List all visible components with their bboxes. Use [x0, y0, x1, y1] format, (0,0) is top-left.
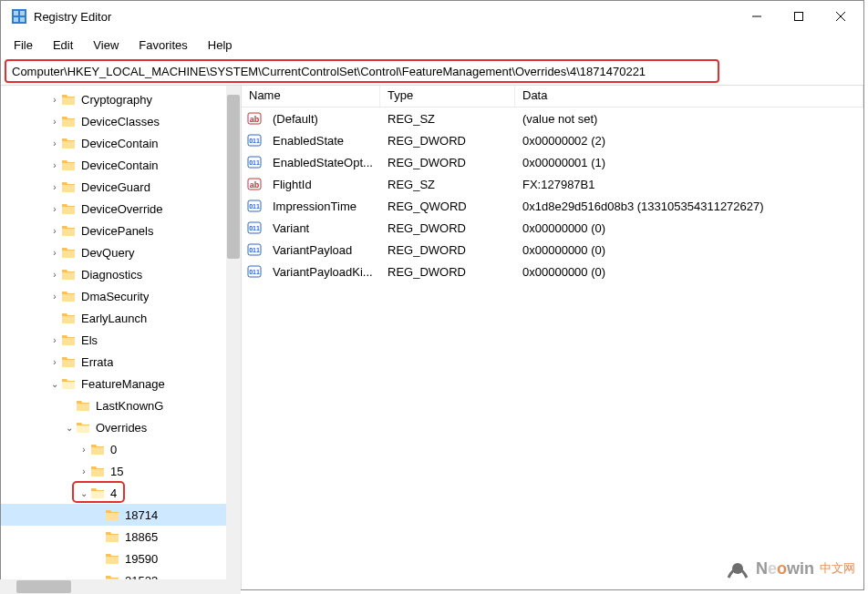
expander-icon[interactable]: ›	[48, 226, 61, 236]
maximize-button[interactable]	[778, 2, 820, 31]
close-button[interactable]	[820, 2, 862, 31]
folder-icon	[90, 486, 105, 499]
value-row[interactable]: 011EnabledStateOpt...REG_DWORD0x00000001…	[242, 151, 863, 173]
value-row[interactable]: 011EnabledStateREG_DWORD0x00000002 (2)	[242, 129, 863, 151]
value-row[interactable]: 011VariantPayloadKi...REG_DWORD0x0000000…	[242, 261, 863, 282]
expander-icon[interactable]: ›	[48, 335, 61, 345]
tree-item[interactable]: ›DevQuery	[1, 241, 241, 263]
value-data: 0x00000000 (0)	[515, 221, 863, 235]
svg-rect-1	[14, 11, 18, 15]
tree-item[interactable]: ›DeviceContain	[1, 132, 241, 154]
binary-value-icon: 011	[247, 242, 262, 257]
col-header-data[interactable]: Data	[515, 86, 863, 107]
expander-icon[interactable]: ›	[48, 248, 61, 258]
svg-rect-3	[14, 17, 18, 22]
registry-editor-window: Registry Editor File Edit View Favorites…	[0, 0, 864, 590]
minimize-button[interactable]	[736, 2, 778, 31]
folder-icon	[61, 202, 76, 215]
address-bar[interactable]: Computer\HKEY_LOCAL_MACHINE\SYSTEM\Curre…	[5, 59, 719, 83]
expander-icon[interactable]: ›	[48, 160, 61, 170]
svg-text:011: 011	[249, 225, 260, 231]
folder-icon	[61, 180, 76, 193]
folder-icon	[61, 268, 76, 281]
folder-icon	[61, 377, 76, 390]
binary-value-icon: 011	[247, 199, 262, 213]
tree-item[interactable]: ›DeviceOverride	[1, 198, 241, 220]
tree-item[interactable]: ›Cryptography	[1, 88, 241, 110]
expander-icon[interactable]: ›	[48, 95, 61, 105]
folder-icon	[61, 333, 76, 346]
tree-scroll-thumb[interactable]	[227, 95, 240, 259]
tree-item[interactable]: ›15	[1, 460, 241, 482]
tree-hscrollbar[interactable]	[0, 579, 241, 594]
value-type: REG_DWORD	[380, 134, 515, 148]
col-header-name[interactable]: Name	[242, 86, 380, 107]
value-row[interactable]: ab(Default)REG_SZ(value not set)	[242, 108, 863, 129]
tree-item[interactable]: ›Els	[1, 329, 241, 351]
value-name: EnabledStateOpt...	[265, 156, 380, 169]
tree-item[interactable]: LastKnownG	[1, 394, 241, 416]
svg-text:011: 011	[249, 203, 260, 210]
tree-item[interactable]: 19590	[1, 548, 241, 569]
titlebar[interactable]: Registry Editor	[1, 1, 863, 32]
value-name: Variant	[265, 221, 380, 235]
menu-view[interactable]: View	[86, 36, 126, 54]
tree-item[interactable]: ›DeviceGuard	[1, 176, 241, 198]
expander-icon[interactable]: ›	[48, 182, 61, 192]
expander-icon[interactable]: ›	[78, 445, 90, 455]
svg-text:011: 011	[249, 269, 260, 275]
menu-file[interactable]: File	[6, 36, 40, 54]
tree-item[interactable]: EarlyLaunch	[1, 307, 241, 329]
tree-hscroll-thumb[interactable]	[16, 580, 71, 593]
menubar: File Edit View Favorites Help	[1, 32, 863, 57]
tree-item[interactable]: ›DeviceClasses	[1, 110, 241, 132]
tree-item[interactable]: ›0	[1, 438, 241, 460]
value-data: 0x1d8e29d516d08b3 (133105354311272627)	[515, 200, 863, 213]
expander-icon[interactable]: ›	[48, 292, 61, 302]
tree-item[interactable]: 18865	[1, 526, 241, 548]
tree-item[interactable]: ⌄Overrides	[1, 416, 241, 438]
value-data: 0x00000000 (0)	[515, 265, 863, 279]
col-header-type[interactable]: Type	[380, 86, 515, 107]
value-row[interactable]: abFlightIdREG_SZFX:127987B1	[242, 173, 863, 195]
value-name: VariantPayload	[265, 243, 380, 257]
tree-item[interactable]: ›DeviceContain	[1, 154, 241, 176]
folder-icon	[90, 465, 105, 477]
expander-icon[interactable]: ⌄	[63, 423, 76, 433]
value-row[interactable]: 011VariantREG_DWORD0x00000000 (0)	[242, 217, 863, 239]
string-value-icon: ab	[247, 177, 262, 191]
value-list-pane: Name Type Data ab(Default)REG_SZ(value n…	[242, 86, 863, 589]
tree-label: 18714	[125, 508, 158, 522]
tree-item[interactable]: 18714	[1, 504, 241, 526]
tree-scrollbar[interactable]	[226, 86, 241, 589]
folder-icon	[61, 159, 76, 171]
tree-label: Overrides	[96, 421, 147, 435]
svg-rect-2	[20, 11, 25, 15]
value-name: VariantPayloadKi...	[265, 265, 380, 279]
expander-icon[interactable]: ›	[48, 357, 61, 367]
tree-item[interactable]: ›DevicePanels	[1, 220, 241, 241]
tree-item[interactable]: ⌄FeatureManage	[1, 373, 241, 394]
tree-item[interactable]: ›Diagnostics	[1, 263, 241, 285]
menu-edit[interactable]: Edit	[46, 36, 80, 54]
value-data: 0x00000001 (1)	[515, 156, 863, 169]
tree-label: DevicePanels	[81, 224, 154, 238]
value-row[interactable]: 011ImpressionTimeREG_QWORD0x1d8e29d516d0…	[242, 195, 863, 217]
value-data: FX:127987B1	[515, 178, 863, 191]
tree-pane[interactable]: ›Cryptography›DeviceClasses›DeviceContai…	[1, 86, 242, 589]
menu-help[interactable]: Help	[201, 36, 240, 54]
expander-icon[interactable]: ⌄	[78, 488, 90, 498]
expander-icon[interactable]: ›	[48, 138, 61, 148]
expander-icon[interactable]: ›	[78, 466, 90, 476]
list-header[interactable]: Name Type Data	[242, 86, 863, 108]
tree-item[interactable]: ›DmaSecurity	[1, 285, 241, 307]
value-row[interactable]: 011VariantPayloadREG_DWORD0x00000000 (0)	[242, 239, 863, 261]
tree-item[interactable]: ⌄4	[1, 482, 241, 504]
expander-icon[interactable]: ›	[48, 270, 61, 280]
expander-icon[interactable]: ⌄	[48, 379, 61, 389]
tree-item[interactable]: ›Errata	[1, 351, 241, 373]
expander-icon[interactable]: ›	[48, 204, 61, 214]
menu-favorites[interactable]: Favorites	[131, 36, 194, 54]
svg-rect-4	[20, 17, 25, 22]
expander-icon[interactable]: ›	[48, 117, 61, 127]
